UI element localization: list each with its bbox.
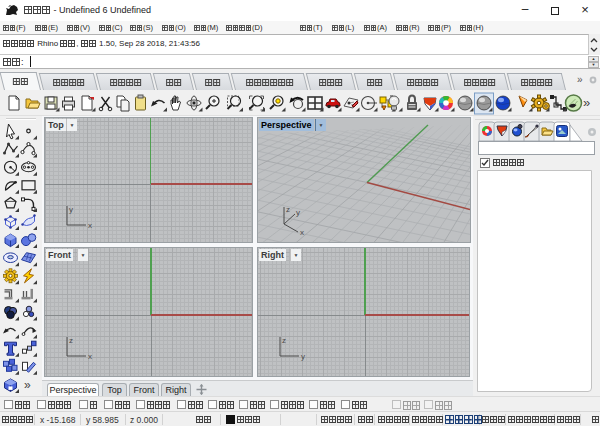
svg-text:z: z (282, 336, 286, 345)
svg-text:z: z (69, 336, 73, 345)
svg-text:x: x (88, 221, 92, 230)
svg-text:y: y (296, 208, 300, 217)
svg-text:»: » (24, 378, 31, 392)
svg-text:x: x (300, 228, 304, 237)
svg-text:x: x (88, 352, 92, 361)
svg-text:z: z (286, 205, 290, 214)
svg-text:»: » (583, 95, 590, 110)
svg-text:y: y (301, 352, 305, 361)
svg-text:y: y (69, 205, 73, 214)
